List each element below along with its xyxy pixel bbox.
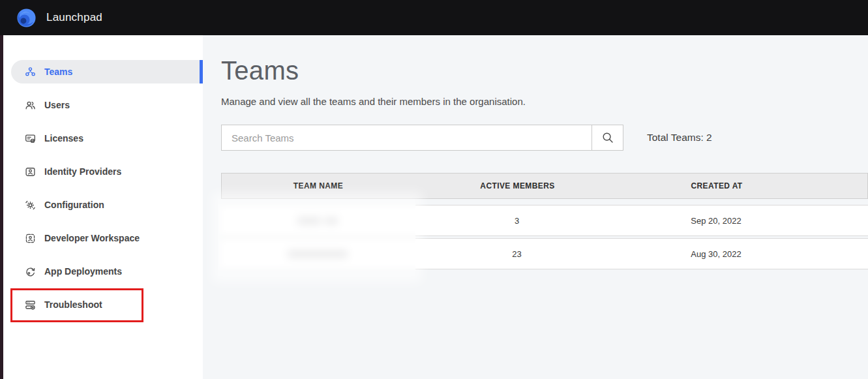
created-at-cell: Aug 30, 2022 [620,249,813,259]
sidebar-item-licenses[interactable]: Licenses [3,127,203,150]
column-header-active-members: ACTIVE MEMBERS [415,181,620,190]
sidebar-item-teams[interactable]: Teams [11,60,203,83]
created-at-cell: Sep 20, 2022 [620,216,813,226]
sidebar-item-developer-workspace[interactable]: Developer Workspace [3,226,203,250]
redacted-text-blob [325,217,338,224]
sidebar-item-label: Teams [44,67,72,77]
search-control [221,125,623,151]
total-teams-count: Total Teams: 2 [647,132,712,144]
app-title: Launchpad [46,11,102,24]
team-name-cell-redacted [221,250,414,258]
search-button[interactable] [591,125,623,151]
users-icon [25,100,36,111]
sidebar-item-label: Licenses [44,133,83,144]
column-header-team-name: TEAM NAME [222,181,415,190]
active-members-cell: 23 [414,249,620,259]
redacted-text-blob [297,217,321,224]
sidebar-item-app-deployments[interactable]: App Deployments [3,260,203,283]
sidebar-item-label: Configuration [44,200,104,210]
sidebar-item-label: Users [44,100,70,110]
sidebar-item-label: Troubleshoot [44,299,102,310]
table-row[interactable]: 23 Aug 30, 2022 [221,238,868,269]
launchpad-wave-logo-icon [16,8,37,28]
active-members-cell: 3 [414,216,620,226]
redacted-text-blob [288,250,348,258]
configuration-icon [25,200,36,211]
identity-providers-icon [25,166,36,177]
teams-icon [25,67,36,78]
app-deployments-icon [25,266,36,277]
main-content: Teams Manage and view all the teams and … [203,35,868,379]
sidebar-item-label: Developer Workspace [44,233,140,243]
table-header-row: TEAM NAME ACTIVE MEMBERS CREATED AT [221,173,868,199]
column-header-created-at: CREATED AT [620,181,813,190]
team-name-cell-redacted [221,217,414,224]
page-title: Teams [221,56,868,85]
search-icon [601,131,614,144]
left-edge-strip [0,0,3,379]
sidebar-item-troubleshoot[interactable]: Troubleshoot [3,293,203,316]
table-body: 3 Sep 20, 2022 23 Aug 30, 2022 [221,205,868,269]
sidebar-item-identity-providers[interactable]: Identity Providers [3,160,203,183]
sidebar-item-configuration[interactable]: Configuration [3,193,203,217]
sidebar-item-users[interactable]: Users [3,93,203,117]
developer-workspace-icon [25,233,36,244]
licenses-icon [25,133,36,144]
teams-table: TEAM NAME ACTIVE MEMBERS CREATED AT 3 Se… [221,173,868,269]
troubleshoot-icon [25,299,36,311]
sidebar: Teams Users Licenses [3,35,203,379]
page-subtitle: Manage and view all the teams and their … [221,96,868,107]
table-row[interactable]: 3 Sep 20, 2022 [221,205,868,236]
topbar: Launchpad [0,0,868,35]
sidebar-item-label: App Deployments [44,266,122,277]
sidebar-item-label: Identity Providers [44,166,121,177]
search-row: Total Teams: 2 [221,125,868,151]
search-input[interactable] [221,125,591,151]
